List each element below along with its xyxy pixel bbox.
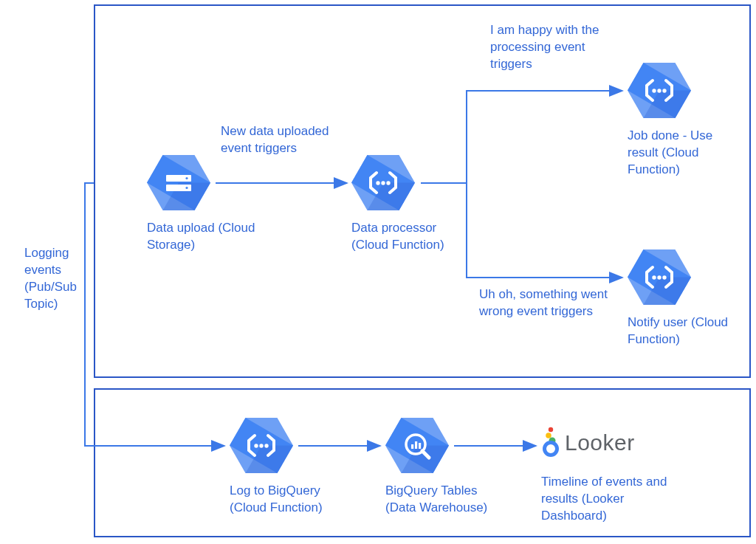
- cloud-storage-icon: [147, 155, 210, 210]
- cloud-function-icon: [628, 249, 691, 305]
- data-upload-label: Data upload (Cloud Storage): [147, 220, 272, 254]
- cloud-function-icon: [628, 63, 691, 118]
- logging-events-label: Logging events (Pub/Sub Topic): [24, 245, 83, 313]
- cloud-function-icon: [351, 155, 415, 210]
- cloud-function-icon: [230, 418, 293, 473]
- node-looker: Looker Timeline of events and results (L…: [541, 426, 689, 525]
- log-bigquery-label: Log to BigQuery (Cloud Function): [230, 483, 355, 517]
- svg-point-19: [545, 443, 557, 455]
- edge-happy-label: I am happy with the processing event tri…: [490, 22, 619, 73]
- bigquery-icon: [385, 418, 449, 473]
- svg-point-17: [546, 433, 551, 438]
- node-data-upload: Data upload (Cloud Storage): [147, 155, 272, 254]
- notify-user-label: Notify user (Cloud Function): [628, 314, 735, 348]
- node-job-done: Job done - Use result (Cloud Function): [628, 63, 753, 179]
- edge-error-label: Uh oh, something went wrong event trigge…: [479, 286, 616, 320]
- edge-upload-to-processor-label: New data uploaded event triggers: [221, 123, 346, 157]
- data-processor-label: Data processor (Cloud Function): [351, 220, 477, 254]
- node-log-bigquery: Log to BigQuery (Cloud Function): [230, 418, 355, 517]
- looker-label: Timeline of events and results (Looker D…: [541, 474, 681, 525]
- node-data-processor: Data processor (Cloud Function): [351, 155, 477, 254]
- node-bigquery-tables: BigQuery Tables (Data Warehouse): [385, 418, 511, 517]
- looker-wordmark: Looker: [565, 430, 635, 455]
- bigquery-tables-label: BigQuery Tables (Data Warehouse): [385, 483, 511, 517]
- looker-logo-icon: Looker: [541, 426, 652, 457]
- node-notify-user: Notify user (Cloud Function): [628, 249, 753, 348]
- job-done-label: Job done - Use result (Cloud Function): [628, 128, 735, 179]
- svg-point-16: [549, 427, 553, 432]
